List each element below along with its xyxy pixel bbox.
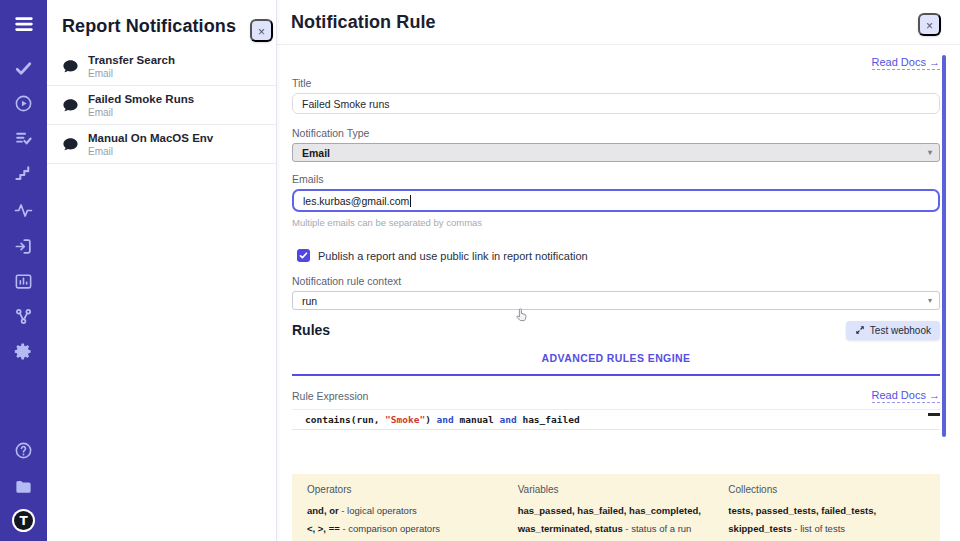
help-term: was_terminated, status [518, 523, 623, 534]
help-term: has_passed, has_failed, has_completed, [518, 505, 701, 516]
import-icon[interactable] [13, 235, 35, 257]
help-column-variables: Variables has_passed, has_failed, has_co… [518, 484, 715, 541]
code-token: manual [454, 414, 500, 425]
notification-list-item[interactable]: Transfer Search Email [47, 47, 276, 86]
notification-item-channel: Email [88, 146, 213, 157]
variables-heading: Variables [518, 484, 715, 495]
title-label: Title [292, 77, 940, 89]
help-column-operators: Operators and, or - logical operators<, … [307, 484, 504, 541]
expression-row: Rule Expression Read Docs → [292, 389, 940, 403]
collections-heading: Collections [728, 484, 925, 495]
help-desc: - status of a run [623, 523, 692, 534]
sidebar: T [0, 0, 47, 541]
context-label: Notification rule context [292, 275, 940, 287]
activity-icon[interactable] [13, 199, 35, 221]
notification-type-select[interactable]: Email ▾ [292, 143, 940, 162]
rules-tab-bar: ADVANCED RULES ENGINE [292, 348, 940, 376]
editor-dash-marker [928, 413, 940, 416]
context-select[interactable]: run ▾ [292, 291, 940, 310]
help-row: automated, manual - type of a run [518, 537, 715, 541]
tab-advanced-rules-engine[interactable]: ADVANCED RULES ENGINE [542, 352, 691, 364]
docs-row-top: Read Docs → [292, 52, 940, 67]
help-term: <, >, == [307, 523, 340, 534]
publish-checkbox-label: Publish a report and use public link in … [318, 250, 588, 262]
help-term: and, or [307, 505, 339, 516]
test-webhook-button[interactable]: Test webhook [846, 321, 940, 340]
check-icon[interactable] [13, 57, 35, 79]
list-check-icon[interactable] [13, 127, 35, 149]
code-token: "Smoke" [385, 414, 425, 425]
chevron-down-icon: ▾ [928, 296, 932, 305]
code-token: and [500, 414, 517, 425]
emails-value: les.kurbas@gmail.com [303, 195, 409, 207]
notification-type-label: Notification Type [292, 127, 940, 139]
expression-code-line: contains(run, "Smoke") and manual and ha… [292, 410, 940, 430]
help-row: and, or - logical operators [307, 502, 504, 520]
play-circle-icon[interactable] [13, 92, 35, 114]
chat-bubble-icon [62, 97, 79, 114]
variables-rows: has_passed, has_failed, has_completed,wa… [518, 502, 715, 541]
rules-row: Rules Test webhook [292, 319, 940, 341]
chat-bubble-icon [62, 136, 79, 153]
notification-item-title: Manual On MacOS Env [88, 132, 213, 144]
emails-label: Emails [292, 173, 940, 185]
emails-hint: Multiple emails can be separated by comm… [292, 217, 940, 228]
help-row: tests, passed_tests, failed_tests, skipp… [728, 502, 925, 537]
text-caret [410, 195, 411, 207]
code-token: has_failed [517, 414, 580, 425]
help-desc: - logical operators [339, 505, 417, 516]
help-row: has_passed, has_failed, has_completed, [518, 502, 715, 520]
vertical-scrollbar-thumb[interactable] [942, 55, 946, 437]
report-notifications-panel: Report Notifications × Transfer Search E… [47, 0, 277, 541]
collections-rows: tests, passed_tests, failed_tests, skipp… [728, 502, 925, 541]
operators-rows: and, or - logical operators<, >, == - co… [307, 502, 504, 541]
test-webhook-label: Test webhook [870, 325, 931, 336]
help-row: was_terminated, status - status of a run [518, 520, 715, 538]
read-docs-link-top[interactable]: Read Docs → [872, 56, 940, 70]
help-row: failed_tests.size - number of items in c… [728, 537, 925, 541]
help-row: <, >, == - comparison operators [307, 520, 504, 538]
notification-item-title: Failed Smoke Runs [88, 93, 194, 105]
notification-item-channel: Email [88, 107, 194, 118]
chat-bubble-icon [62, 58, 79, 75]
notification-item-text: Transfer Search Email [88, 54, 175, 79]
notification-item-text: Failed Smoke Runs Email [88, 93, 194, 118]
publish-checkbox-row: Publish a report and use public link in … [297, 249, 940, 262]
help-desc: - list of tests [792, 523, 845, 534]
steps-icon[interactable] [13, 162, 35, 184]
rule-expression-editor[interactable]: contains(run, "Smoke") and manual and ha… [292, 409, 940, 474]
rules-heading: Rules [292, 322, 330, 338]
code-token: contains(run, [305, 414, 385, 425]
notification-item-title: Transfer Search [88, 54, 175, 66]
help-desc: - comparison operators [340, 523, 440, 534]
notification-item-channel: Email [88, 68, 175, 79]
diagonal-arrows-icon [855, 325, 865, 335]
read-docs-link-rules[interactable]: Read Docs → [872, 389, 940, 403]
app-logo[interactable]: T [12, 509, 35, 532]
help-column-collections: Collections tests, passed_tests, failed_… [728, 484, 925, 541]
branch-icon[interactable] [13, 305, 35, 327]
close-panel-button[interactable]: × [250, 19, 273, 42]
gear-icon[interactable] [13, 340, 35, 362]
notification-item-text: Manual On MacOS Env Email [88, 132, 213, 157]
notification-list-item[interactable]: Failed Smoke Runs Email [47, 86, 276, 125]
menu-icon[interactable] [13, 13, 35, 35]
rule-title: Notification Rule [277, 0, 960, 33]
expression-help-panel: Operators and, or - logical operators<, … [292, 474, 940, 541]
app-window: T Report Notifications × Transfer Search… [0, 0, 960, 541]
context-value: run [302, 295, 317, 307]
help-icon[interactable] [13, 439, 35, 461]
code-token: and [437, 414, 454, 425]
notification-rule-panel: Notification Rule × Read Docs → Title No… [277, 0, 960, 541]
emails-input[interactable]: les.kurbas@gmail.com [292, 189, 940, 212]
title-input[interactable] [292, 93, 940, 114]
close-rule-button[interactable]: × [918, 13, 941, 36]
folder-icon[interactable] [13, 475, 35, 497]
bar-chart-icon[interactable] [13, 270, 35, 292]
rule-expression-label: Rule Expression [292, 390, 368, 402]
notification-type-value: Email [302, 147, 330, 159]
publish-checkbox[interactable] [297, 249, 310, 262]
notification-list-item[interactable]: Manual On MacOS Env Email [47, 125, 276, 164]
panel-title: Report Notifications [47, 0, 276, 37]
rule-header: Notification Rule × [277, 0, 960, 45]
